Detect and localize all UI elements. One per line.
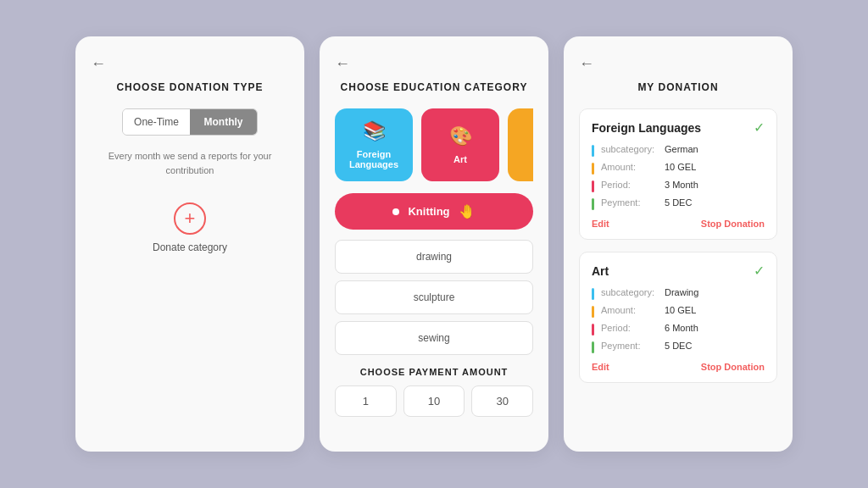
art-icon: 🎨	[449, 125, 472, 147]
value-payment-2: 5 DEC	[665, 341, 692, 351]
label-payment-1: Peyment:	[601, 197, 665, 208]
amount-1[interactable]: 1	[335, 385, 397, 417]
value-period-2: 6 Month	[665, 323, 698, 333]
value-period-1: 3 Month	[665, 180, 698, 190]
book-icon: 📚	[363, 120, 386, 142]
bar-6	[592, 306, 594, 318]
donate-category-button[interactable]: + Donate category	[91, 202, 289, 253]
donation-description: Every month we send a reports for your c…	[91, 149, 289, 177]
one-time-button[interactable]: One-Time	[123, 109, 190, 135]
label-payment-2: Peyment:	[601, 341, 665, 351]
monthly-button[interactable]: Monthly	[190, 109, 257, 135]
hand-icon: 🤚	[459, 203, 476, 219]
label-amount-2: Amount:	[601, 305, 665, 315]
bar-2	[592, 163, 594, 175]
label-subcategory-2: subcategory:	[601, 287, 665, 297]
donation-row: subcategory: Drawing	[592, 287, 765, 300]
donation-name-art: Art	[592, 264, 609, 278]
panel3-title: MY DONATION	[579, 81, 777, 93]
edit-link-2[interactable]: Edit	[592, 362, 609, 372]
donate-category-label: Donate category	[153, 241, 227, 253]
amount-10[interactable]: 10	[403, 385, 465, 417]
stop-link-2[interactable]: Stop Donation	[701, 362, 765, 372]
panel-my-donation: ← MY DONATION Foreign Languages ✓ subcat…	[564, 36, 793, 452]
donation-name-foreign: Foreign Languages	[592, 121, 701, 135]
selected-subcategory[interactable]: Knitting 🤚	[335, 193, 533, 230]
donation-header-foreign: Foreign Languages ✓	[592, 119, 765, 136]
subcategory-sculpture[interactable]: sculpture	[335, 280, 533, 314]
toggle-group: One-Time Monthly	[122, 108, 258, 136]
bar-4	[592, 198, 594, 210]
donation-actions-1: Edit Stop Donation	[592, 219, 765, 229]
edu-card-art[interactable]: 🎨 Art	[421, 108, 499, 181]
donation-row: subcategory: German	[592, 144, 765, 157]
donation-row: Peyment: 5 DEC	[592, 341, 765, 353]
check-icon-foreign: ✓	[754, 119, 765, 136]
stop-link-1[interactable]: Stop Donation	[701, 219, 765, 229]
back-button-2[interactable]: ←	[335, 55, 533, 73]
donation-row: Period: 3 Month	[592, 180, 765, 192]
bar-7	[592, 324, 594, 336]
dot-icon	[392, 208, 399, 215]
label-period-1: Period:	[601, 180, 665, 190]
donation-header-art: Art ✓	[592, 263, 765, 279]
subcategory-sewing[interactable]: sewing	[335, 321, 533, 355]
edu-card-more[interactable]	[508, 108, 533, 181]
donation-row: Amount: 10 GEL	[592, 305, 765, 318]
donation-row: Amount: 10 GEL	[592, 162, 765, 175]
panel-education-category: ← CHOOSE EDUCATION CATEGORY 📚 Foreign La…	[320, 36, 548, 452]
bar-8	[592, 341, 594, 353]
edu-card-foreign-label: Foreign Languages	[342, 149, 406, 169]
plus-icon: +	[174, 202, 206, 235]
label-subcategory-1: subcategory:	[601, 144, 665, 154]
donation-row: Period: 6 Month	[592, 323, 765, 336]
amount-30[interactable]: 30	[471, 385, 533, 417]
label-period-2: Period:	[601, 323, 665, 333]
edit-link-1[interactable]: Edit	[592, 219, 609, 229]
back-button-3[interactable]: ←	[579, 55, 777, 73]
check-icon-art: ✓	[754, 263, 765, 279]
selected-subcategory-label: Knitting	[408, 205, 449, 218]
donation-item-foreign: Foreign Languages ✓ subcategory: German …	[579, 108, 777, 240]
payment-section-title: CHOOSE PAYMENT AMOUNT	[335, 367, 533, 377]
panel-donation-type: ← CHOOSE DONATION TYPE One-Time Monthly …	[75, 36, 304, 452]
education-cards: 📚 Foreign Languages 🎨 Art	[335, 108, 533, 181]
donation-actions-2: Edit Stop Donation	[592, 362, 765, 372]
donation-row: Peyment: 5 DEC	[592, 197, 765, 210]
value-payment-1: 5 DEC	[665, 197, 692, 208]
edu-card-art-label: Art	[453, 154, 467, 164]
panel1-title: CHOOSE DONATION TYPE	[91, 81, 289, 93]
bar-5	[592, 288, 594, 300]
donation-item-art: Art ✓ subcategory: Drawing Amount: 10 GE…	[579, 252, 777, 383]
payment-amounts: 1 10 30	[335, 385, 533, 417]
value-subcategory-2: Drawing	[665, 287, 698, 297]
back-button-1[interactable]: ←	[91, 55, 289, 73]
value-amount-1: 10 GEL	[665, 162, 696, 172]
subcategory-drawing[interactable]: drawing	[335, 240, 533, 274]
bar-3	[592, 180, 594, 192]
panel2-title: CHOOSE EDUCATION CATEGORY	[335, 81, 533, 93]
edu-card-foreign-languages[interactable]: 📚 Foreign Languages	[335, 108, 413, 181]
bar-1	[592, 145, 594, 157]
value-subcategory-1: German	[665, 144, 698, 154]
label-amount-1: Amount:	[601, 162, 665, 172]
value-amount-2: 10 GEL	[665, 305, 696, 315]
